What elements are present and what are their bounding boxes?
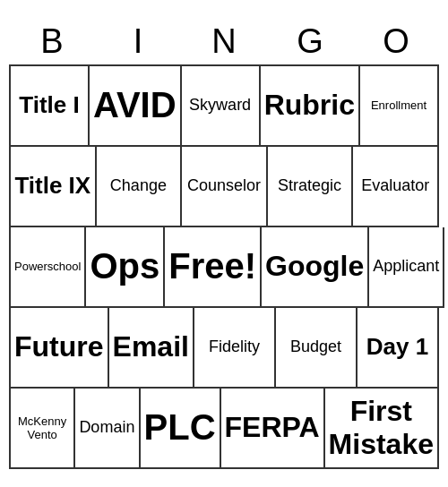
header-letter: B [9, 19, 95, 64]
bingo-cell: Counselor [182, 147, 268, 227]
header-letter: G [267, 19, 353, 64]
bingo-cell: Email [109, 308, 194, 389]
bingo-card: BINGO Title IAVIDSkywardRubricEnrollment… [9, 19, 439, 469]
bingo-row: Title IAVIDSkywardRubricEnrollment [11, 66, 439, 147]
bingo-cell: Free! [165, 227, 262, 308]
bingo-row: FutureEmailFidelityBudgetDay 1 [11, 308, 439, 389]
header-letter: I [95, 19, 181, 64]
bingo-cell: Title I [11, 66, 90, 147]
bingo-cell: Enrollment [360, 66, 439, 147]
bingo-cell: Rubric [261, 66, 360, 147]
header-letter: O [353, 19, 439, 64]
bingo-cell: Day 1 [358, 308, 439, 389]
bingo-cell: Evaluator [353, 147, 439, 227]
bingo-cell: Domain [75, 389, 140, 469]
bingo-cell: PLC [141, 389, 221, 469]
bingo-cell: McKenny Vento [11, 389, 75, 469]
bingo-header: BINGO [9, 19, 439, 64]
bingo-cell: Applicant [369, 227, 444, 308]
bingo-cell: Budget [276, 308, 358, 389]
bingo-row: McKenny VentoDomainPLCFERPAFirst Mistake [11, 389, 439, 469]
bingo-cell: Future [11, 308, 109, 389]
bingo-cell: Google [262, 227, 369, 308]
bingo-cell: Strategic [268, 147, 354, 227]
bingo-cell: Skyward [182, 66, 261, 147]
bingo-cell: Change [97, 147, 183, 227]
bingo-cell: Title IX [11, 147, 97, 227]
bingo-cell: FERPA [221, 389, 325, 469]
bingo-cell: Fidelity [194, 308, 276, 389]
header-letter: N [181, 19, 267, 64]
bingo-cell: Ops [86, 227, 165, 308]
bingo-cell: First Mistake [325, 389, 439, 469]
bingo-row: PowerschoolOpsFree!GoogleApplicant [11, 227, 439, 308]
bingo-cell: AVID [90, 66, 182, 147]
bingo-row: Title IXChangeCounselorStrategicEvaluato… [11, 147, 439, 227]
bingo-grid: Title IAVIDSkywardRubricEnrollmentTitle … [9, 64, 439, 469]
bingo-cell: Powerschool [11, 227, 86, 308]
